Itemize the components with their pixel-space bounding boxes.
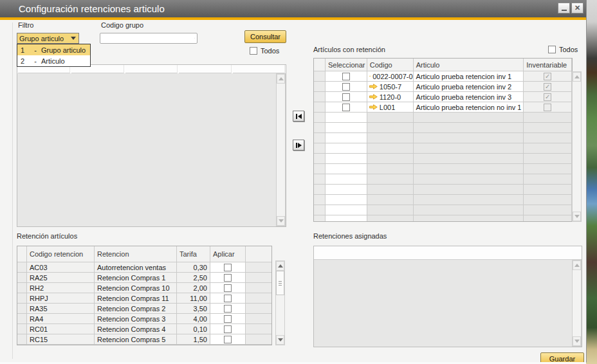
- retencion-scrollbar[interactable]: [275, 260, 285, 345]
- row-selector[interactable]: [314, 164, 326, 174]
- scroll-down-icon[interactable]: [573, 212, 581, 221]
- codigo-value[interactable]: 1120-0: [380, 93, 401, 101]
- filler-cell: [246, 334, 271, 345]
- row-selector[interactable]: [17, 314, 27, 324]
- title-bar[interactable]: Configuración retenciones articulo: [0, 0, 586, 17]
- empty-cell[interactable]: [326, 123, 367, 133]
- empty-cell[interactable]: [326, 113, 367, 123]
- consultar-button[interactable]: Consultar: [244, 30, 286, 43]
- save-button[interactable]: Guardar: [540, 352, 584, 363]
- row-checkbox[interactable]: [342, 104, 350, 111]
- row-selector[interactable]: [17, 283, 27, 293]
- retencion-table: Codigo retencion Retencion Tarifa Aplica…: [17, 246, 272, 345]
- row-selector[interactable]: [314, 82, 326, 92]
- seleccionar-cell: [326, 82, 367, 92]
- search-icon[interactable]: [194, 35, 195, 42]
- row-selector[interactable]: [314, 154, 326, 164]
- scroll-down-icon[interactable]: [276, 335, 284, 345]
- row-selector[interactable]: [17, 293, 27, 304]
- filtro-dropdown-list: 1 - Grupo articulo 2 - Articulo: [17, 44, 91, 67]
- empty-cell[interactable]: [326, 174, 367, 185]
- aplicar-checkbox[interactable]: [224, 336, 232, 343]
- empty-cell[interactable]: [326, 143, 367, 154]
- aplicar-checkbox[interactable]: [224, 325, 232, 333]
- transfer-left-button[interactable]: [293, 111, 304, 122]
- row-selector[interactable]: [314, 215, 326, 222]
- empty-cell[interactable]: [326, 154, 367, 164]
- scroll-down-icon[interactable]: [277, 216, 285, 226]
- row-selector[interactable]: [314, 174, 326, 185]
- dropdown-option-grupo-articulo[interactable]: 1 - Grupo articulo: [17, 44, 90, 55]
- aplicar-checkbox[interactable]: [224, 305, 232, 313]
- codigo-grupo-field[interactable]: [100, 33, 197, 44]
- row-selector[interactable]: [17, 262, 27, 273]
- todos-articulos-checkbox[interactable]: [548, 46, 556, 53]
- aplicar-checkbox[interactable]: [224, 295, 232, 302]
- empty-cell[interactable]: [326, 215, 367, 222]
- seleccionar-cell: [326, 102, 367, 113]
- dropdown-option-articulo[interactable]: 2 - Articulo: [17, 55, 90, 66]
- aplicar-checkbox[interactable]: [224, 274, 232, 282]
- empty-cell: [524, 123, 572, 133]
- empty-cell[interactable]: [326, 195, 367, 205]
- row-selector[interactable]: [314, 205, 326, 215]
- row-selector[interactable]: [314, 71, 326, 82]
- row-selector[interactable]: [17, 324, 27, 334]
- codigo-value[interactable]: L001: [380, 104, 395, 111]
- row-selector[interactable]: [314, 133, 326, 143]
- codigo-value[interactable]: 1050-7: [380, 83, 401, 91]
- asignadas-scrollbar[interactable]: [572, 260, 582, 347]
- empty-cell[interactable]: [326, 164, 367, 174]
- scroll-up-icon[interactable]: [277, 74, 285, 84]
- inventariable-checkbox: ✓: [544, 73, 551, 80]
- row-selector[interactable]: [314, 102, 326, 113]
- row-selector[interactable]: [314, 185, 326, 195]
- empty-cell[interactable]: [326, 133, 367, 143]
- link-arrow-icon[interactable]: [369, 94, 378, 100]
- todos-filter-checkbox[interactable]: [250, 47, 257, 55]
- row-selector[interactable]: [314, 195, 326, 205]
- articulos-scrollbar[interactable]: [572, 71, 582, 222]
- aplicar-checkbox[interactable]: [224, 284, 232, 292]
- empty-cell[interactable]: [326, 185, 367, 195]
- grupos-scrollbar[interactable]: [276, 73, 286, 226]
- row-checkbox[interactable]: [342, 83, 350, 91]
- empty-cell: [524, 154, 572, 164]
- codigo-value[interactable]: 0022-0007-0: [372, 73, 412, 80]
- inventariable-cell: ✓: [524, 82, 572, 92]
- scroll-up-icon[interactable]: [573, 72, 581, 82]
- aplicar-checkbox[interactable]: [224, 264, 232, 271]
- row-selector[interactable]: [314, 123, 326, 133]
- row-selector[interactable]: [17, 304, 27, 314]
- row-selector[interactable]: [314, 143, 326, 154]
- scroll-up-icon[interactable]: [276, 261, 284, 271]
- filler-cell: [246, 293, 271, 304]
- link-arrow-icon[interactable]: [369, 104, 378, 110]
- transfer-right-button[interactable]: [293, 140, 304, 150]
- retencion-cell: Retencion Compras 10: [95, 283, 177, 293]
- codigo-grupo-input[interactable]: [100, 34, 194, 42]
- row-selector[interactable]: [314, 92, 326, 102]
- link-arrow-icon[interactable]: [369, 73, 371, 79]
- empty-cell: [414, 123, 524, 133]
- scroll-thumb[interactable]: [276, 271, 284, 295]
- row-selector[interactable]: [17, 334, 27, 345]
- filtro-dropdown[interactable]: Grupo articulo: [17, 33, 79, 44]
- close-button[interactable]: ✕: [571, 3, 583, 14]
- scroll-track[interactable]: [573, 270, 581, 336]
- scroll-track[interactable]: [277, 84, 285, 216]
- minimize-button[interactable]: [558, 3, 570, 14]
- scroll-track[interactable]: [573, 82, 581, 212]
- empty-table-row: [314, 123, 572, 133]
- row-checkbox[interactable]: [342, 73, 350, 80]
- tarifa-cell: 0,30: [177, 262, 210, 273]
- link-arrow-icon[interactable]: [369, 84, 378, 89]
- row-selector[interactable]: [17, 273, 27, 283]
- row-checkbox[interactable]: [342, 93, 350, 101]
- row-selector[interactable]: [314, 113, 326, 123]
- scroll-up-icon[interactable]: [573, 260, 581, 270]
- aplicar-checkbox[interactable]: [224, 315, 232, 323]
- scroll-track[interactable]: [276, 295, 284, 335]
- empty-cell[interactable]: [326, 205, 367, 215]
- scroll-down-icon[interactable]: [573, 336, 581, 346]
